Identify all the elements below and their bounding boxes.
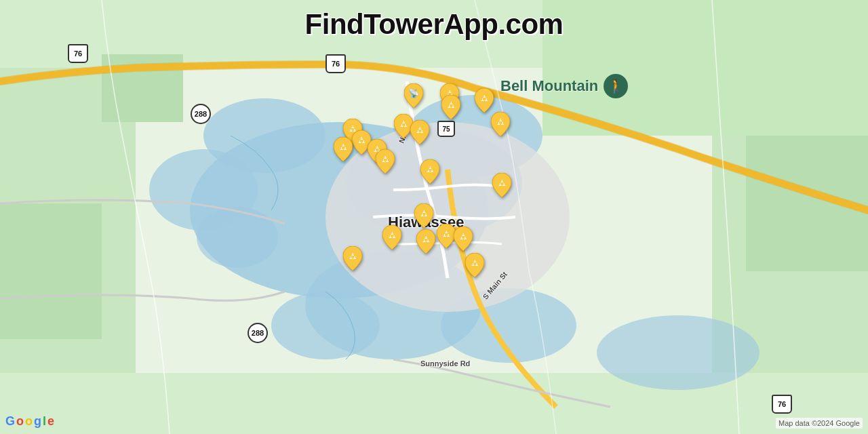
- tower-pin[interactable]: ⛼: [465, 253, 484, 280]
- tower-pin[interactable]: ⛼: [343, 246, 362, 273]
- google-o2: o: [25, 414, 33, 429]
- tower-pin[interactable]: ⛼: [454, 226, 473, 254]
- shield-75-center: 75: [437, 121, 455, 137]
- shield-75-label: 75: [437, 121, 455, 137]
- svg-text:⛼: ⛼: [427, 165, 434, 174]
- shield-76-label: 76: [68, 44, 88, 63]
- svg-text:⛼: ⛼: [448, 101, 455, 109]
- svg-text:⛼: ⛼: [389, 231, 396, 239]
- svg-text:⛼: ⛼: [400, 120, 408, 128]
- svg-text:⛼: ⛼: [443, 230, 450, 238]
- tower-pin[interactable]: 📡: [404, 83, 423, 111]
- shield-76-label-2: 76: [326, 54, 346, 73]
- google-l: l: [43, 414, 46, 429]
- svg-text:⛼: ⛼: [481, 94, 488, 102]
- tower-pin[interactable]: ⛼: [437, 224, 456, 251]
- map-data-attribution: Map data ©2024 Google: [776, 418, 863, 429]
- site-title: FindTowerApp.com: [305, 8, 564, 41]
- tower-pin[interactable]: ⛼: [382, 225, 401, 252]
- shield-288-label-2: 288: [248, 323, 268, 343]
- tower-pin[interactable]: ⛼: [416, 229, 435, 256]
- tower-pin[interactable]: ⛼: [441, 95, 460, 122]
- tower-pin[interactable]: ⛼: [410, 120, 429, 147]
- svg-text:📡: 📡: [408, 87, 420, 99]
- shield-288-label: 288: [191, 104, 211, 124]
- svg-text:⛼: ⛼: [498, 179, 506, 187]
- tower-pin[interactable]: ⛼: [475, 88, 494, 115]
- svg-text:⛼: ⛼: [349, 252, 357, 260]
- svg-text:⛼: ⛼: [460, 233, 467, 241]
- svg-point-17: [197, 207, 278, 268]
- svg-rect-6: [0, 203, 102, 339]
- tower-pin[interactable]: ⛼: [376, 149, 395, 176]
- svg-text:⛼: ⛼: [422, 235, 430, 243]
- svg-text:⛼: ⛼: [420, 210, 428, 218]
- tower-pin[interactable]: ⛼: [420, 159, 439, 186]
- tower-pin[interactable]: ⛼: [491, 112, 510, 139]
- map-container: FindTowerApp.com Hiawassee Bell Mountain…: [0, 0, 868, 434]
- shield-76-top-left: 76: [68, 44, 88, 63]
- svg-text:⛼: ⛼: [416, 126, 424, 134]
- google-g2: g: [34, 414, 41, 429]
- shield-288-left: 288: [191, 104, 211, 124]
- shield-288-bottom: 288: [248, 323, 268, 343]
- map-background: [0, 0, 868, 434]
- svg-text:⛼: ⛼: [358, 136, 366, 144]
- svg-text:⛼: ⛼: [340, 143, 347, 151]
- svg-text:⛼: ⛼: [382, 155, 389, 163]
- google-attribution: Google: [5, 414, 54, 429]
- svg-text:⛼: ⛼: [497, 118, 505, 126]
- shield-76-top-center: 76: [326, 54, 346, 73]
- tower-pin[interactable]: ⛼: [492, 173, 511, 200]
- tower-pin[interactable]: ⛼: [334, 137, 353, 164]
- svg-rect-8: [542, 0, 868, 136]
- google-o1: o: [16, 414, 24, 429]
- google-e: e: [47, 414, 54, 429]
- google-g: G: [5, 414, 15, 429]
- shield-76-bottom-right: 76: [772, 395, 792, 414]
- svg-text:⛼: ⛼: [471, 259, 479, 267]
- shield-76-label-3: 76: [772, 395, 792, 414]
- svg-point-14: [271, 292, 380, 359]
- tower-pin[interactable]: ⛼: [414, 203, 433, 231]
